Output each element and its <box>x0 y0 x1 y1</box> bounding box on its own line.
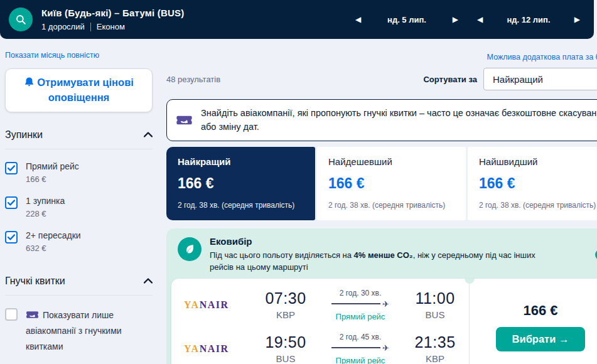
arrow-right-icon: → <box>559 333 569 345</box>
tab-cheapest[interactable]: Найдешевший 166 € 2 год. 38 хв. (середня… <box>317 147 466 220</box>
tab-label: Найкращий <box>178 156 304 167</box>
flexible-tickets-title: Гнучкі квитки <box>5 276 65 287</box>
separator <box>90 23 91 31</box>
eco-text-before: Під час цього польоту виділяється на <box>210 250 354 260</box>
stop-option-direct: Прямий рейс 166 € <box>5 161 153 184</box>
arrival-airport-code: KBP <box>407 353 463 364</box>
arrival-airport-code: BUS <box>407 309 463 320</box>
route-line <box>331 303 380 304</box>
stop-option-label: 1 зупинка <box>26 196 65 206</box>
route-line <box>331 347 380 348</box>
arrival-time: 21:35 <box>407 333 463 351</box>
stop-option-price: 228 € <box>26 209 65 218</box>
flexible-tickets-banner: Знайдіть авіакомпанії, які пропонують гн… <box>166 99 597 141</box>
show-whole-month-link[interactable]: Показати місяць повністю <box>5 51 99 60</box>
baggage-fee-link[interactable]: Можлива додаткова плата за багаж <box>487 53 597 62</box>
flexible-option-label: Показувати лише авіакомпанії з гнучкими … <box>26 310 122 351</box>
results-count: 48 результатів <box>166 75 220 84</box>
sort-summary-tabs: Найкращий 166 € 2 год. 38 хв. (середня т… <box>166 147 597 220</box>
arrival-time: 11:00 <box>407 289 463 308</box>
stops-section-title: Зупинки <box>5 129 43 141</box>
plane-icon: ✈ <box>382 344 389 352</box>
outbound-next-day-button[interactable]: ▶ <box>450 13 461 26</box>
tab-duration: 2 год. 38 хв. (середня тривалість) <box>178 201 304 210</box>
results-panel: Можлива додаткова плата за багаж 48 резу… <box>166 39 597 364</box>
airline-logo-part1: YA <box>184 343 200 354</box>
checkbox-direct[interactable] <box>5 162 18 174</box>
leg-duration: 2 год. 45 хв. <box>340 333 382 341</box>
airline-logo-part2: NAIR <box>200 299 229 310</box>
tab-price: 166 € <box>178 175 304 192</box>
date-navigation: ◀ нд. 5 лип. ▶ ◀ нд. 12 лип. ▶ <box>353 13 583 26</box>
stops-label: Прямий рейс <box>336 356 385 364</box>
return-date[interactable]: нд. 12 лип. <box>507 15 550 24</box>
stop-option-price: 632 € <box>26 244 81 253</box>
checkbox-two-plus[interactable] <box>5 231 18 244</box>
select-flight-button[interactable]: Вибрати → <box>496 327 586 351</box>
stop-option-two-plus: 2+ пересадки 632 € <box>5 230 153 253</box>
filters-sidebar: Показати місяць повністю Отримувати ціно… <box>5 39 159 364</box>
eco-title: Ековибір <box>210 236 549 247</box>
flexible-tickets-section-header[interactable]: Гнучкі квитки <box>5 276 153 296</box>
tab-best[interactable]: Найкращий 166 € 2 год. 38 хв. (середня т… <box>166 147 315 220</box>
route-title: Київ (Будь-які) – Батумі (BUS) <box>41 8 184 18</box>
airline-logo-part1: YA <box>184 299 200 310</box>
outbound-prev-day-button[interactable]: ◀ <box>353 13 363 26</box>
leaf-icon <box>183 243 196 255</box>
sort-dropdown[interactable]: Найкращий <box>483 68 597 90</box>
departure-endpoint: 07:30 KBP <box>258 289 313 320</box>
route-summary[interactable]: Київ (Будь-які) – Батумі (BUS) 1 доросли… <box>41 8 184 31</box>
ticket-perforation-divider <box>469 279 470 364</box>
tab-label: Найдешевший <box>328 156 454 167</box>
bell-icon <box>24 77 35 87</box>
outbound-date-group: ◀ нд. 5 лип. ▶ <box>353 13 461 26</box>
sort-by-label: Сортувати за <box>423 75 477 84</box>
airline-logo: YANAIR <box>184 299 258 311</box>
arrival-endpoint: 21:35 KBP <box>407 333 463 364</box>
outbound-leg: YANAIR 07:30 KBP 2 год. 30 хв. ✈ Прямий … <box>184 289 463 321</box>
outbound-date[interactable]: нд. 5 лип. <box>387 15 426 24</box>
eco-co2-highlight: 4% менше CO₂ <box>354 250 413 260</box>
airline-logo-part2: NAIR <box>200 343 229 354</box>
search-summary-bar: Київ (Будь-які) – Батумі (BUS) 1 доросли… <box>0 0 594 39</box>
leg-duration-block: 2 год. 30 хв. ✈ Прямий рейс <box>321 289 400 321</box>
return-date-group: ◀ нд. 12 лип. ▶ <box>475 13 583 26</box>
plane-icon: ✈ <box>382 300 389 308</box>
price-alerts-button[interactable]: Отримувати цінові оповіщення <box>5 68 153 112</box>
return-prev-day-button[interactable]: ◀ <box>475 13 485 26</box>
flexible-tickets-option: Показувати лише авіакомпанії з гнучкими … <box>5 308 153 355</box>
price-alerts-label: Отримувати цінові оповіщення <box>37 77 134 103</box>
select-button-label: Вибрати <box>512 333 556 345</box>
page: Київ (Будь-які) – Батумі (BUS) 1 доросли… <box>0 0 597 364</box>
search-icon <box>15 14 26 25</box>
flight-result-card: YANAIR 07:30 KBP 2 год. 30 хв. ✈ Прямий … <box>171 279 597 364</box>
search-button[interactable] <box>9 8 33 31</box>
leg-duration: 2 год. 30 хв. <box>340 289 382 297</box>
cabin-class: Економ <box>97 22 125 31</box>
return-next-day-button[interactable]: ▶ <box>572 13 583 26</box>
flexible-ticket-icon <box>26 308 39 321</box>
stops-section-header[interactable]: Зупинки <box>5 129 153 149</box>
eco-choice-container: Ековибір Під час цього польоту виділяєть… <box>166 228 597 364</box>
checkbox-flexible-only[interactable] <box>5 308 18 321</box>
checkbox-one-stop[interactable] <box>5 196 18 209</box>
itinerary-price: 166 € <box>523 302 557 319</box>
tab-price: 166 € <box>328 175 454 192</box>
leg-duration-block: 2 год. 45 хв. ✈ Прямий рейс <box>321 333 400 364</box>
check-icon <box>8 200 15 206</box>
flexible-ticket-icon <box>176 112 193 129</box>
sort-selected-value: Найкращий <box>493 74 543 85</box>
stops-label: Прямий рейс <box>336 312 385 321</box>
tab-duration: 2 год. 38 хв. (середня тривалість) <box>328 201 454 210</box>
chevron-up-icon <box>144 278 153 284</box>
stop-option-price: 166 € <box>26 174 79 184</box>
stop-option-label: Прямий рейс <box>26 161 79 171</box>
check-icon <box>8 234 15 240</box>
itinerary-details[interactable]: YANAIR 07:30 KBP 2 год. 30 хв. ✈ Прямий … <box>171 279 469 364</box>
tab-fastest[interactable]: Найшвидший 166 € 2 год. 38 хв. (середня … <box>468 147 597 220</box>
stop-option-label: 2+ пересадки <box>26 230 81 240</box>
tab-label: Найшвидший <box>479 156 597 167</box>
departure-time: 07:30 <box>258 289 313 308</box>
eco-badge <box>178 237 202 261</box>
departure-time: 19:50 <box>258 333 313 351</box>
